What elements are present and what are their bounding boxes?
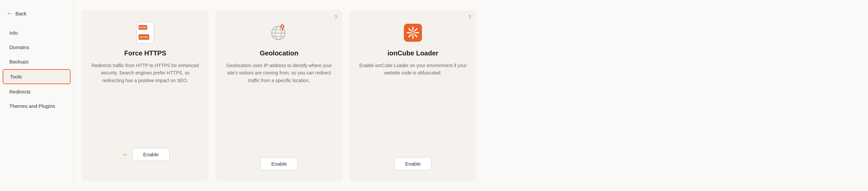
main-content: HTTP HTTPS Force HTTPS Redirects traffic… (73, 0, 868, 191)
back-button[interactable]: ← Back (0, 7, 73, 21)
sidebar-item-redirects[interactable]: Redirects (3, 85, 71, 99)
force-https-card: HTTP HTTPS Force HTTPS Redirects traffic… (82, 10, 209, 181)
force-https-title: Force HTTPS (124, 49, 166, 57)
force-https-desc: Redirects traffic from HTTP to HTTPS for… (91, 62, 199, 139)
ioncube-card: ? ionCube Loader Enable ionCube Loader o… (349, 10, 476, 181)
svg-text:HTTPS: HTTPS (140, 36, 149, 39)
red-arrow-icon: → (121, 150, 128, 159)
ioncube-icon (404, 22, 422, 43)
geolocation-icon (270, 22, 288, 43)
force-https-arrow-row: → Enable (121, 148, 170, 161)
geolocation-title: Geolocation (260, 49, 299, 57)
sidebar-item-tools[interactable]: Tools (3, 69, 71, 84)
geolocation-desc: Geolocation uses IP address to identify … (225, 62, 333, 148)
sidebar: ← Back Info Domains Backups Tools Redire… (0, 0, 73, 191)
force-https-enable-button[interactable]: Enable (132, 148, 170, 161)
sidebar-item-info[interactable]: Info (3, 26, 71, 40)
geolocation-help-icon[interactable]: ? (334, 15, 337, 21)
ioncube-enable-button[interactable]: Enable (394, 157, 432, 170)
https-icon: HTTP HTTPS (136, 22, 154, 43)
geolocation-enable-button[interactable]: Enable (260, 157, 298, 170)
sidebar-item-backups[interactable]: Backups (3, 55, 71, 69)
geolocation-card: ? Geolocation Geolocation uses IP addres… (216, 10, 343, 181)
sidebar-item-domains[interactable]: Domains (3, 40, 71, 54)
back-arrow-icon: ← (7, 10, 13, 17)
svg-text:HTTP: HTTP (140, 26, 147, 29)
sidebar-nav: Info Domains Backups Tools Redirects The… (0, 26, 73, 113)
ioncube-title: ionCube Loader (388, 49, 438, 57)
ioncube-desc: Enable ionCube Loader on your environmen… (359, 62, 467, 148)
svg-point-11 (282, 26, 283, 27)
ioncube-help-icon[interactable]: ? (468, 15, 471, 21)
back-label: Back (16, 11, 26, 16)
sidebar-item-themes-plugins[interactable]: Themes and Plugins (3, 99, 71, 113)
